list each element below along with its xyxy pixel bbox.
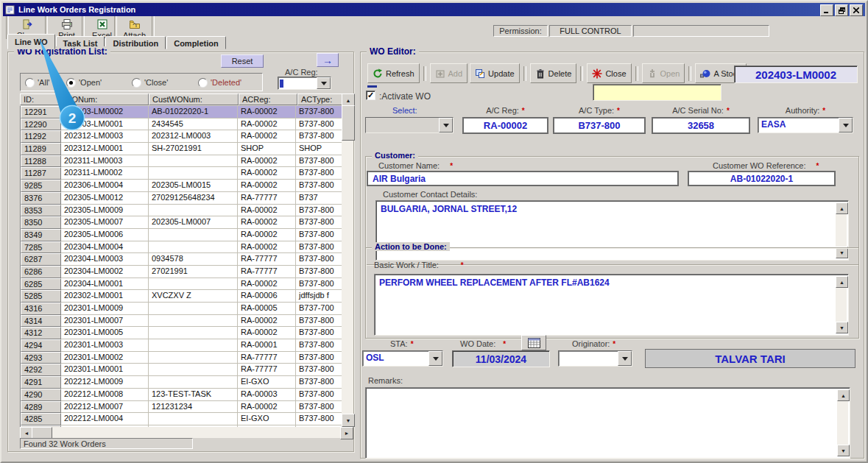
required-asterisk: * [822,107,825,115]
table-row[interactable]: 9285202306-LM0004202305-LM0015RA-00002B7… [21,180,342,192]
activate-wo-checkbox[interactable]: ✓ [366,91,375,100]
activation-input[interactable] [593,84,721,101]
forward-arrow-button[interactable]: → [317,53,339,67]
ac-reg-dropdown-button[interactable] [317,77,331,89]
ac-reg-field[interactable]: RA-00002 [462,117,548,134]
table-row[interactable]: 11287202311-LM0002RA-00002B737-800328 [21,167,342,180]
table-row[interactable]: 4293202301-LM0002RA-77777B737-800328 [21,352,342,364]
table-row[interactable]: 4314202301-LM0007RA-00002B737-800328 [21,315,342,328]
ac-serial-field[interactable]: 32658 [652,117,750,134]
table-row[interactable]: 8376202305-LM001227029125648234RA-77777B… [21,192,342,205]
table-row[interactable]: 11288202311-LM0003RA-00002B737-800328 [21,155,342,168]
calendar-button[interactable] [521,335,546,350]
customer-contact-label: Customer Contact Details: [383,190,477,199]
authority-dropdown-button[interactable] [839,118,853,132]
tab-completion[interactable]: Completion [166,36,226,49]
filter-radio-all[interactable]: 'All' [25,77,66,88]
originator-dropdown-button[interactable] [618,351,632,366]
sta-combo[interactable]: OSL [362,350,443,367]
column-header[interactable]: WONum: [60,93,149,105]
ac-reg-filter-combo[interactable] [278,77,331,90]
table-row[interactable]: 11289202312-LM0001SH-27021991SHOPSHOPSH [21,143,342,155]
column-header[interactable]: ACReg: [239,93,297,105]
table-row[interactable]: 4312202301-LM0005RA-00002B737-800328 [21,327,342,339]
table-cell: RA-77777 [238,266,296,278]
scroll-down-button[interactable]: ▼ [836,322,848,333]
scroll-down-button[interactable]: ▼ [342,414,355,427]
update-editor-button[interactable]: Update [470,63,519,83]
table-row[interactable]: 12291202403-LM0002AB-01022020-1RA-00002B… [21,106,342,119]
window-title: Line Work Orders Registration [18,5,135,14]
table-cell: B737-800 [296,167,342,180]
table-row[interactable]: 6287202304-LM00030934578RA-77777B737-800… [21,253,342,266]
refresh-editor-button[interactable]: Refresh [367,63,420,83]
table-row[interactable]: 8350202305-LM0007202305-LM0007RA-00002B7… [21,216,342,229]
customer-name-field[interactable]: AIR Bulgaria [367,171,679,186]
remarks-textarea[interactable]: ▲ ▼ [365,387,850,459]
permission-spacer [633,25,769,37]
table-row[interactable]: 5285202302-LM0001XVCZXV ZRA-00006jdffsjd… [21,290,342,303]
scroll-right-button[interactable]: ► [340,427,353,439]
tab-line-wo[interactable]: Line WO [7,34,55,49]
close-editor-button[interactable]: Close [587,63,631,83]
table-row[interactable]: 12290202403-LM00012434545RA-00002B737-80… [21,119,342,131]
wo-table-hscrollbar[interactable]: ◄ ► [20,427,353,438]
select-label: Select: [392,106,417,115]
scroll-up-button[interactable]: ▲ [836,276,848,288]
select-combo[interactable] [365,117,454,133]
remarks-scrollbar[interactable]: ▲ ▼ [837,389,848,456]
basic-work-scrollbar[interactable]: ▲ ▼ [836,276,847,333]
tab-distribution[interactable]: Distribution [105,36,166,49]
table-row[interactable]: 4289202212-LM0007121231234RA-00002B737-8… [21,401,342,414]
table-row[interactable]: 6285202304-LM0001RA-00002B737-800328 [21,278,342,291]
wo-table-vscrollbar[interactable]: ▲ ▼ [342,93,353,427]
column-header[interactable]: ID: [20,93,60,105]
scroll-up-button[interactable]: ▲ [836,202,848,214]
row-header-cell: 8350 [21,216,61,229]
sta-dropdown-button[interactable] [428,351,442,366]
table-cell [149,303,238,315]
customer-group-title: Customer: [372,151,418,160]
table-row[interactable]: 7285202304-LM0004RA-00002B737-800328 [21,241,342,254]
table-row[interactable]: 4294202301-LM0003RA-00001B737-800328 [21,339,342,352]
toolbar-separator [635,66,638,81]
table-cell: 202403-LM0002 [61,106,149,119]
close-window-button[interactable] [850,4,863,16]
ac-type-field[interactable]: B737-800 [553,117,646,134]
table-row[interactable]: 4290202212-LM0008123-TEST-TASKRA-00003B7… [21,389,342,401]
table-row[interactable]: 8349202305-LM0006RA-00002B737-800328 [21,229,342,241]
authority-combo[interactable]: EASA [758,117,853,133]
filter-radio-close[interactable]: 'Close' [132,77,198,88]
table-cell [149,364,238,376]
table-cell: B737-800 [296,119,342,131]
filter-radio-deleted[interactable]: 'Deleted' [198,77,261,88]
basic-work-textarea[interactable]: PERFORM WHEEL REPLACEMENT AFTER FL#AB162… [374,274,849,336]
table-cell: B737 [296,192,342,205]
select-dropdown-button[interactable] [439,118,453,132]
toolbar-separator [423,66,426,81]
wo-table: 12291202403-LM0002AB-01022020-1RA-00002B… [20,106,342,427]
column-header[interactable]: CustWONum: [149,93,239,105]
scroll-down-button[interactable]: ▼ [837,445,850,456]
table-row[interactable]: 4285202212-LM0004EI-GXOB737-800365 [21,413,342,425]
table-cell: B737-800 [296,180,342,192]
customer-ref-field[interactable]: AB-01022020-1 [688,171,836,186]
column-header[interactable]: ACType: [297,93,342,105]
originator-combo[interactable] [558,350,632,367]
table-row[interactable]: 4292202301-LM0001RA-77777B737-800328 [21,364,342,376]
table-cell: AB-01022020-1 [149,106,238,119]
required-asterisk: * [816,162,819,170]
reset-button[interactable]: Reset [221,54,264,68]
filter-radio-open[interactable]: 'Open' [66,77,132,88]
delete-editor-button[interactable]: Delete [530,63,577,83]
table-row[interactable]: 6286202304-LM000227021991RA-77777B737-80… [21,266,342,278]
scroll-up-button[interactable]: ▲ [837,389,850,401]
table-row[interactable]: 4316202301-LM0009RA-00005B737-700374 [21,303,342,315]
table-row[interactable]: 8353202305-LM0009RA-00002B737-800328 [21,205,342,217]
restore-button[interactable] [835,4,848,16]
vscroll-thumb[interactable] [342,105,355,141]
minimize-button[interactable] [820,4,833,16]
table-row[interactable]: 4291202212-LM0009EI-GXOB737-800365 [21,376,342,389]
table-cell: RA-00002 [238,278,296,291]
table-row[interactable]: 11292202312-LM0003202312-LM0003RA-00002B… [21,130,342,143]
